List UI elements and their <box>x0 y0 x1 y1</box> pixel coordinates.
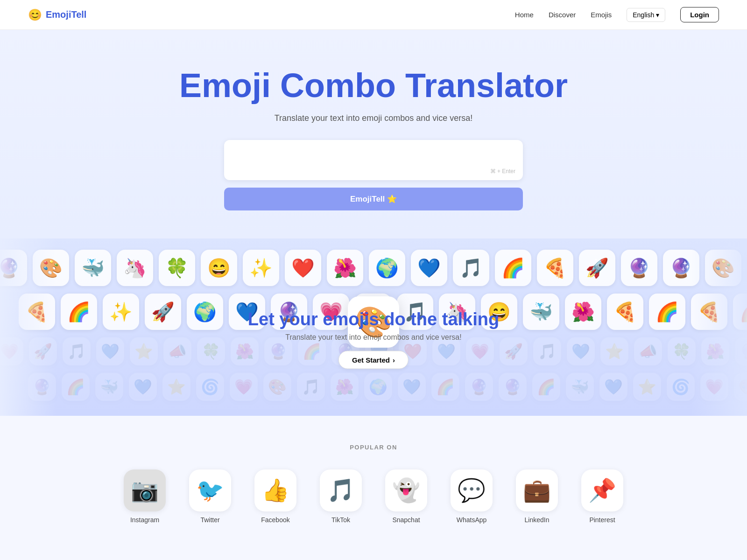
nav-home[interactable]: Home <box>515 11 534 19</box>
emoji-card: 🎵 <box>297 373 325 401</box>
emoji-card: ✨ <box>243 250 279 286</box>
emoji-card: 🐳 <box>523 294 559 330</box>
platform-item-snapchat[interactable]: 👻Snapchat <box>374 469 439 524</box>
language-selector[interactable]: English ▾ <box>627 8 665 22</box>
chevron-right-icon: › <box>393 356 395 364</box>
platform-item-tiktok[interactable]: 🎵TikTok <box>308 469 374 524</box>
emoji-card: 📣 <box>634 337 662 365</box>
platform-name-linkedin: LinkedIn <box>525 516 550 524</box>
emoji-card: 🎵 <box>533 337 561 365</box>
emoji-card: 🍀 <box>668 337 696 365</box>
emoji-card: 💗 <box>700 373 728 401</box>
platform-item-linkedin[interactable]: 💼LinkedIn <box>504 469 570 524</box>
emoji-card: 🌺 <box>327 250 363 286</box>
emoji-card: 🎨 <box>734 373 747 401</box>
navbar: 😊 EmojiTell Home Discover Emojis English… <box>0 0 747 30</box>
platform-name-snapchat: Snapchat <box>392 516 420 524</box>
hero-title: Emoji Combo Translator <box>9 67 738 104</box>
platform-item-whatsapp[interactable]: 💬WhatsApp <box>439 469 504 524</box>
emoji-card: 🔮 <box>28 373 56 401</box>
emoji-card: 🚀 <box>145 294 181 330</box>
translate-button[interactable]: EmojiTell ⭐ <box>224 188 523 210</box>
logo-icon: 😊 <box>28 8 42 21</box>
emoji-card: 🌀 <box>667 373 695 401</box>
hero-section: Emoji Combo Translator Translate your te… <box>0 30 747 238</box>
get-started-label: Get Started <box>352 356 390 364</box>
emoji-card: 💙 <box>129 373 157 401</box>
platform-item-facebook[interactable]: 👍Facebook <box>243 469 308 524</box>
emoji-card: 🌺 <box>701 337 729 365</box>
popular-label: POPULAR ON <box>9 444 738 451</box>
platform-icon-pinterest: 📌 <box>581 469 623 511</box>
chevron-down-icon: ▾ <box>656 11 659 19</box>
emoji-card: 🚀 <box>500 337 528 365</box>
emoji-card: 🐳 <box>566 373 594 401</box>
platforms-row: 📷Instagram🐦Twitter👍Facebook🎵TikTok👻Snapc… <box>9 469 738 524</box>
emoji-card: 🔮 <box>0 250 27 286</box>
emoji-card: 💗 <box>0 337 23 365</box>
logo-text: EmojiTell <box>46 9 86 20</box>
emoji-card: 🍕 <box>537 250 573 286</box>
emoji-card: 🔮 <box>663 250 699 286</box>
platform-name-tiktok: TikTok <box>331 516 350 524</box>
emoji-card: 🦄 <box>117 250 153 286</box>
cta-subtitle: Translate your text into emoji combos an… <box>248 333 499 342</box>
translate-input-wrapper: ⌘ + Enter <box>224 140 523 180</box>
logo[interactable]: 😊 EmojiTell <box>28 8 86 21</box>
cta-overlay: Let your emojis do the talking Translate… <box>248 309 499 369</box>
emoji-card: ⭐ <box>162 373 190 401</box>
emoji-card: ⭐ <box>633 373 661 401</box>
emoji-row-1: 🔮🎨🐳🦄🍀😄✨❤️🌺🌍💙🎵🌈🍕🚀🔮🔮🎨🐳🦄🍀😄✨❤️🌺🌍💙🎵🌈🍕🚀🔮 <box>0 246 747 290</box>
platform-name-pinterest: Pinterest <box>589 516 615 524</box>
emoji-card: 🍕 <box>691 294 727 330</box>
emoji-card: 📣 <box>163 337 191 365</box>
platform-name-whatsapp: WhatsApp <box>457 516 487 524</box>
platform-name-facebook: Facebook <box>261 516 289 524</box>
platform-icon-twitter: 🐦 <box>189 469 231 511</box>
platform-icon-linkedin: 💼 <box>516 469 558 511</box>
emoji-card: 🌍 <box>187 294 223 330</box>
platform-icon-facebook: 👍 <box>254 469 296 511</box>
emoji-card: 🚀 <box>579 250 615 286</box>
login-button[interactable]: Login <box>680 7 719 22</box>
platform-item-instagram[interactable]: 📷Instagram <box>112 469 177 524</box>
translate-input[interactable] <box>233 147 514 171</box>
nav-links: Home Discover Emojis English ▾ Login <box>515 7 719 22</box>
popular-section: POPULAR ON 📷Instagram🐦Twitter👍Facebook🎵T… <box>0 416 747 560</box>
emoji-card: 💗 <box>230 373 258 401</box>
emoji-card: 🌈 <box>649 294 685 330</box>
emoji-card: ⭐ <box>130 337 158 365</box>
emoji-card: ✨ <box>103 294 139 330</box>
emoji-card: 🎵 <box>63 337 91 365</box>
emoji-card: 🎨 <box>263 373 291 401</box>
emoji-card: 🌈 <box>62 373 90 401</box>
platform-icon-snapchat: 👻 <box>385 469 427 511</box>
platform-item-twitter[interactable]: 🐦Twitter <box>177 469 243 524</box>
platform-name-instagram: Instagram <box>130 516 159 524</box>
emoji-card: 🌈 <box>61 294 97 330</box>
emoji-card: 🚀 <box>29 337 57 365</box>
emoji-card: 🍀 <box>159 250 195 286</box>
emoji-card: 🔮 <box>465 373 493 401</box>
get-started-button[interactable]: Get Started › <box>338 351 409 369</box>
cta-title: Let your emojis do the talking <box>248 309 499 329</box>
emoji-card: 🔮 <box>499 373 527 401</box>
emoji-card: 🌀 <box>196 373 224 401</box>
platform-item-pinterest[interactable]: 📌Pinterest <box>570 469 635 524</box>
emoji-card: 🔮 <box>621 250 657 286</box>
emoji-card: 🎵 <box>453 250 489 286</box>
emoji-card: 🍀 <box>197 337 225 365</box>
emoji-section: 🔮🎨🐳🦄🍀😄✨❤️🌺🌍💙🎵🌈🍕🚀🔮🔮🎨🐳🦄🍀😄✨❤️🌺🌍💙🎵🌈🍕🚀🔮 🍕🌈✨🚀🌍… <box>0 238 747 416</box>
nav-emojis[interactable]: Emojis <box>591 11 612 19</box>
emoji-card: 🌈 <box>733 294 747 330</box>
emoji-card: 🔮 <box>735 337 747 365</box>
platform-name-twitter: Twitter <box>200 516 219 524</box>
nav-discover[interactable]: Discover <box>549 11 576 19</box>
emoji-card: 💙 <box>411 250 447 286</box>
emoji-card: 🌍 <box>369 250 405 286</box>
emoji-card: 🐳 <box>95 373 123 401</box>
emoji-card: 💙 <box>96 337 124 365</box>
emoji-card: 💙 <box>599 373 627 401</box>
emoji-card: 🌺 <box>331 373 359 401</box>
emoji-card: 🎨 <box>705 250 741 286</box>
